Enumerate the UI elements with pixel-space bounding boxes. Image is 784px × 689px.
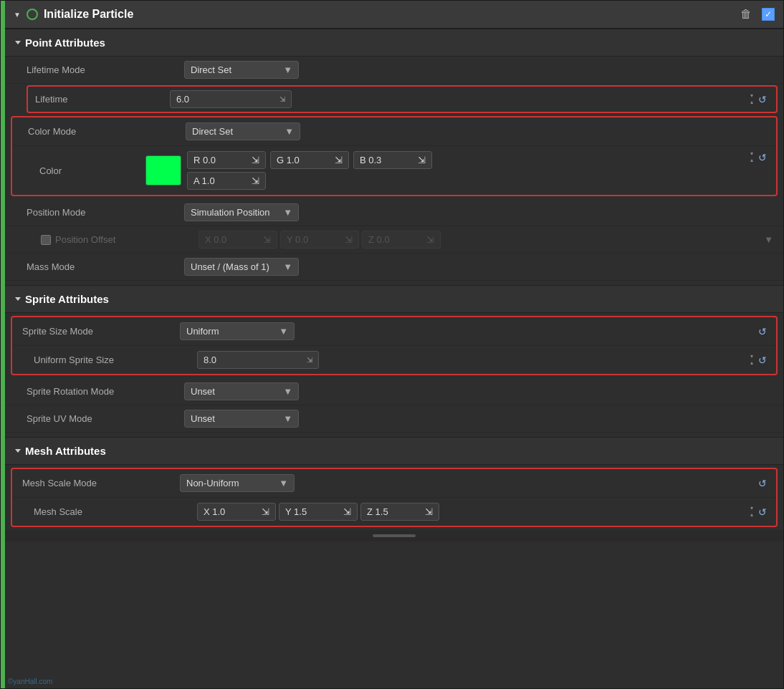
arrow-up-icon: ▴ xyxy=(750,100,753,105)
sprite-size-mode-dropdown[interactable]: Uniform ▼ xyxy=(180,322,295,340)
color-r-resize-icon: ⇲ xyxy=(252,155,259,165)
mass-mode-controls: Unset / (Mass of 1) ▼ xyxy=(184,258,773,276)
position-y-input: Y 0.0 ⇲ xyxy=(280,231,359,249)
mesh-scale-mode-label: Mesh Scale Mode xyxy=(22,478,180,488)
position-offset-checkbox[interactable] xyxy=(41,235,51,245)
color-mode-label: Color Mode xyxy=(28,126,186,137)
lifetime-label: Lifetime xyxy=(35,94,164,105)
color-g-input[interactable]: G 1.0 ⇲ xyxy=(270,151,349,169)
point-attributes-section-header[interactable]: Point Attributes xyxy=(5,29,783,57)
sprite-size-mode-arrow-icon: ▼ xyxy=(279,326,288,337)
mesh-attributes-section-header[interactable]: Mesh Attributes xyxy=(5,437,783,465)
module-title: Initialize Particle xyxy=(44,8,133,21)
sprite-uv-mode-label: Sprite UV Mode xyxy=(27,413,184,424)
sprite-size-reset-button[interactable]: ↺ xyxy=(756,354,769,367)
pos-y-icon: ⇲ xyxy=(345,234,353,245)
position-mode-dropdown[interactable]: Simulation Position ▼ xyxy=(184,203,299,221)
sprite-uv-mode-row: Sprite UV Mode Unset ▼ xyxy=(5,405,783,433)
lifetime-mode-arrow-icon: ▼ xyxy=(283,64,292,75)
lifetime-outlined-wrapper: Lifetime 6.0 ⇲ ▾ ▴ ↺ xyxy=(27,85,778,113)
pos-z-icon: ⇲ xyxy=(426,234,434,245)
sprite-rotation-mode-dropdown[interactable]: Unset ▼ xyxy=(184,382,299,400)
lifetime-mode-dropdown[interactable]: Direct Set ▼ xyxy=(184,61,299,79)
color-a-input[interactable]: A 1.0 ⇲ xyxy=(187,172,266,190)
pos-y-value: Y 0.0 xyxy=(287,234,308,245)
left-accent-bar xyxy=(1,1,5,688)
mesh-section-triangle-icon xyxy=(15,449,21,453)
collapse-triangle-icon[interactable]: ▼ xyxy=(14,11,21,19)
sprite-size-outlined-section: Sprite Size Mode Uniform ▼ ↺ Uniform Spr… xyxy=(11,316,778,375)
position-mode-arrow-icon: ▼ xyxy=(283,207,292,218)
lifetime-reset-button[interactable]: ↺ xyxy=(756,93,769,106)
mesh-scale-mode-dropdown[interactable]: Non-Uniform ▼ xyxy=(180,474,295,492)
color-vertical-arrows[interactable]: ▾ ▴ xyxy=(750,151,753,164)
sprite-size-arrow-down-icon: ▾ xyxy=(750,354,753,360)
enabled-checkbox[interactable]: ✓ xyxy=(762,8,775,21)
sprite-uv-mode-controls: Unset ▼ xyxy=(184,410,773,428)
module-status-icon[interactable] xyxy=(27,9,38,20)
lifetime-vertical-arrows[interactable]: ▾ ▴ xyxy=(750,93,753,106)
mesh-scale-vertical-arrows[interactable]: ▾ ▴ xyxy=(750,506,753,518)
color-swatch[interactable] xyxy=(145,155,181,186)
sprite-size-mode-actions: ↺ xyxy=(756,325,769,338)
mesh-scale-row: Mesh Scale X 1.0 ⇲ Y 1.5 ⇲ Z 1.5 ⇲ xyxy=(12,498,776,526)
mass-mode-dropdown[interactable]: Unset / (Mass of 1) ▼ xyxy=(184,258,299,276)
color-mode-arrow-icon: ▼ xyxy=(285,126,294,137)
uniform-sprite-size-input[interactable]: 8.0 ⇲ xyxy=(197,351,319,369)
module-header-left: ▼ Initialize Particle xyxy=(14,8,133,21)
sprite-uv-mode-dropdown[interactable]: Unset ▼ xyxy=(184,410,299,428)
main-panel: ▼ Initialize Particle 🗑 ✓ Point Attribut… xyxy=(0,0,784,689)
mesh-scale-arrow-up-icon: ▴ xyxy=(750,512,753,518)
color-mode-dropdown[interactable]: Direct Set ▼ xyxy=(186,122,300,140)
content-area: ▼ Initialize Particle 🗑 ✓ Point Attribut… xyxy=(5,1,783,541)
color-arrow-up-icon: ▴ xyxy=(750,158,753,163)
color-g-resize-icon: ⇲ xyxy=(335,155,343,165)
sprite-size-mode-reset-button[interactable]: ↺ xyxy=(756,325,769,338)
sprite-size-resize-icon: ⇲ xyxy=(307,356,312,364)
mesh-x-icon: ⇲ xyxy=(262,506,269,517)
header-actions: 🗑 ✓ xyxy=(737,6,775,22)
sprite-size-row-actions: ▾ ▴ ↺ xyxy=(750,354,769,367)
color-b-resize-icon: ⇲ xyxy=(418,155,426,165)
color-b-value: B 0.3 xyxy=(360,155,381,165)
lifetime-resize-icon: ⇲ xyxy=(279,95,285,103)
color-mode-row: Color Mode Direct Set ▼ xyxy=(12,117,776,146)
lifetime-mode-value: Direct Set xyxy=(191,64,279,75)
position-mode-controls: Simulation Position ▼ xyxy=(184,203,773,221)
sprite-attributes-title: Sprite Attributes xyxy=(25,293,109,305)
color-b-input[interactable]: B 0.3 ⇲ xyxy=(353,151,432,169)
arrow-down-icon: ▾ xyxy=(750,93,753,99)
lifetime-mode-row: Lifetime Mode Direct Set ▼ xyxy=(5,57,783,84)
position-offset-label: Position Offset xyxy=(55,234,115,245)
color-row-actions: ▾ ▴ ↺ xyxy=(750,151,769,164)
mesh-y-input[interactable]: Y 1.5 ⇲ xyxy=(279,503,358,521)
scroll-indicator xyxy=(373,534,416,537)
delete-button[interactable]: 🗑 xyxy=(737,6,755,22)
sprite-size-vertical-arrows[interactable]: ▾ ▴ xyxy=(750,354,753,367)
color-reset-button[interactable]: ↺ xyxy=(756,151,769,164)
lifetime-input[interactable]: 6.0 ⇲ xyxy=(170,90,292,108)
point-attributes-title: Point Attributes xyxy=(25,37,105,49)
mesh-y-value: Y 1.5 xyxy=(285,506,307,517)
sprite-size-mode-label: Sprite Size Mode xyxy=(22,326,180,337)
position-z-input: Z 0.0 ⇲ xyxy=(362,231,441,249)
color-label: Color xyxy=(39,165,140,176)
scrollbar-hint xyxy=(5,530,783,541)
sprite-attributes-section-header[interactable]: Sprite Attributes xyxy=(5,285,783,313)
mesh-scale-arrow-down-icon: ▾ xyxy=(750,506,753,511)
mesh-z-input[interactable]: Z 1.5 ⇲ xyxy=(360,503,439,521)
sprite-rotation-arrow-icon: ▼ xyxy=(283,386,292,397)
mesh-y-icon: ⇲ xyxy=(343,506,351,517)
uniform-sprite-size-label: Uniform Sprite Size xyxy=(34,355,191,365)
color-a-value: A 1.0 xyxy=(193,175,215,186)
mesh-x-input[interactable]: X 1.0 ⇲ xyxy=(197,503,276,521)
mesh-scale-mode-arrow-icon: ▼ xyxy=(279,478,288,488)
sprite-size-mode-value: Uniform xyxy=(186,326,274,337)
position-offset-xyz: X 0.0 ⇲ Y 0.0 ⇲ Z 0.0 ⇲ xyxy=(199,231,441,249)
mesh-scale-reset-button[interactable]: ↺ xyxy=(756,506,769,519)
mesh-scale-mode-reset-button[interactable]: ↺ xyxy=(756,477,769,490)
sprite-size-arrow-up-icon: ▴ xyxy=(750,360,753,366)
color-mode-value: Direct Set xyxy=(192,126,280,137)
color-r-input[interactable]: R 0.0 ⇲ xyxy=(187,151,266,169)
color-outlined-section: Color Mode Direct Set ▼ Color R 0.0 ⇲ xyxy=(11,116,778,196)
